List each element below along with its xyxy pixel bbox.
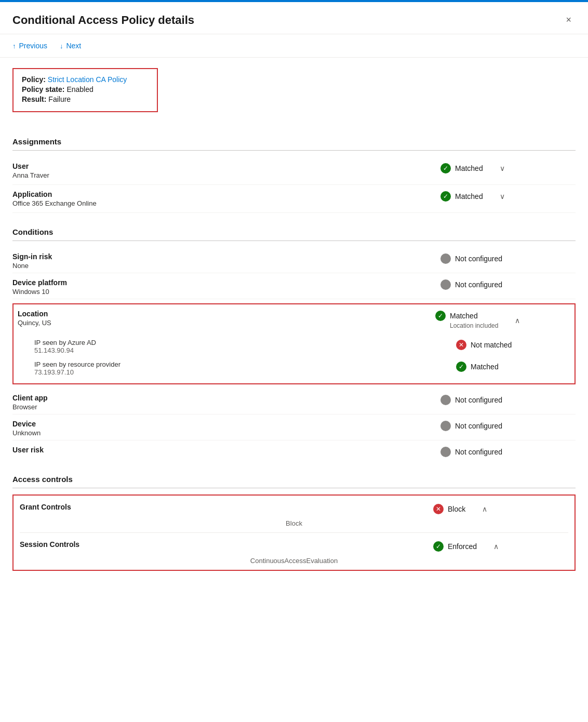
ip-azure-ad-status-text: Not matched: [471, 341, 512, 349]
content: Policy: Strict Location CA Policy Policy…: [0, 58, 588, 583]
signin-risk-value: None: [12, 262, 440, 270]
user-value: Anna Traver: [12, 171, 440, 179]
client-app-status-text: Not configured: [455, 396, 502, 404]
client-app-grey-icon: [440, 395, 451, 405]
ip-resource-provider-row: IP seen by resource provider 73.193.97.1…: [18, 357, 570, 379]
application-check-icon: ✓: [440, 191, 451, 202]
location-label: Location: [18, 310, 435, 318]
device-label: Device: [12, 420, 440, 428]
device-platform-row: Device platform Windows 10 Not configure…: [12, 273, 576, 299]
application-status: ✓ Matched: [440, 191, 483, 202]
user-label: User: [12, 162, 440, 170]
user-risk-grey-icon: [440, 447, 451, 457]
conditions-after-location: Client app Browser Not configured Device…: [12, 389, 576, 460]
ip-azure-ad-value: 51.143.90.94: [34, 346, 96, 354]
conditions-section-header: Conditions: [12, 228, 576, 236]
signin-risk-label: Sign-in risk: [12, 252, 440, 261]
ip-azure-ad-row: IP seen by Azure AD 51.143.90.94 ✕ Not m…: [18, 336, 570, 357]
device-grey-icon: [440, 421, 451, 431]
ip-resource-provider-check-icon: ✓: [456, 362, 466, 372]
application-value: Office 365 Exchange Online: [12, 199, 440, 207]
signin-risk-row: Sign-in risk None Not configured: [12, 247, 576, 273]
client-app-label: Client app: [12, 394, 440, 402]
signin-risk-status-text: Not configured: [455, 255, 502, 263]
ip-resource-provider-label: IP seen by resource provider: [34, 360, 121, 368]
assignments-section-header: Assignments: [12, 137, 576, 146]
ip-azure-ad-status: ✕ Not matched: [456, 340, 512, 350]
user-row-right: ✓ Matched ∨: [440, 162, 576, 173]
location-box: Location Quincy, US ✓ Matched Location i…: [12, 303, 576, 384]
device-platform-grey-icon: [440, 279, 451, 290]
signin-risk-status: Not configured: [440, 253, 502, 264]
user-status-text: Matched: [455, 164, 483, 172]
user-risk-status: Not configured: [440, 447, 502, 457]
user-risk-label: User risk: [12, 446, 440, 454]
access-controls-box: Grant Controls ✕ Block ∧ Block Session C…: [12, 494, 576, 571]
policy-info-box: Policy: Strict Location CA Policy Policy…: [12, 68, 158, 112]
panel: Conditional Access Policy details × ↑ Pr…: [0, 0, 588, 722]
application-label: Application: [12, 190, 440, 198]
up-arrow-icon: ↑: [12, 42, 16, 50]
grant-controls-sub-text: Block: [14, 518, 574, 532]
ip-resource-provider-status-text: Matched: [471, 363, 499, 371]
previous-button[interactable]: ↑ Previous: [12, 42, 47, 50]
application-row-right: ✓ Matched ∨: [440, 190, 576, 202]
location-status: ✓ Matched: [435, 311, 478, 321]
application-expand-icon[interactable]: ∨: [498, 191, 507, 202]
conditions-divider: [12, 240, 576, 241]
panel-title: Conditional Access Policy details: [12, 14, 194, 27]
next-label: Next: [66, 42, 81, 50]
grant-controls-right: ✕ Block ∧: [433, 503, 568, 514]
policy-state-line: Policy state: Enabled: [22, 85, 149, 93]
ip-resource-provider-left: IP seen by resource provider 73.193.97.1…: [34, 360, 121, 376]
user-row-left: User Anna Traver: [12, 162, 440, 179]
location-right: ✓ Matched Location included ∧: [435, 310, 570, 330]
location-main-row: Location Quincy, US ✓ Matched Location i…: [14, 304, 574, 333]
access-controls-divider: [12, 488, 576, 488]
device-platform-value: Windows 10: [12, 288, 440, 296]
user-status: ✓ Matched: [440, 163, 483, 173]
signin-risk-grey-icon: [440, 253, 451, 264]
ip-azure-ad-x-icon: ✕: [456, 340, 466, 350]
user-expand-icon[interactable]: ∨: [498, 163, 507, 173]
application-row-left: Application Office 365 Exchange Online: [12, 190, 440, 207]
application-status-text: Matched: [455, 192, 483, 200]
user-risk-right: Not configured: [440, 446, 576, 457]
grant-controls-expand-icon[interactable]: ∧: [480, 504, 489, 514]
grant-controls-row: Grant Controls ✕ Block ∧: [14, 496, 574, 518]
grant-controls-left: Grant Controls: [20, 503, 433, 511]
device-row: Device Unknown Not configured: [12, 415, 576, 440]
next-button[interactable]: ↓ Next: [60, 42, 81, 50]
location-sub-items: IP seen by Azure AD 51.143.90.94 ✕ Not m…: [14, 333, 574, 383]
location-check-icon: ✓: [435, 311, 446, 321]
ip-resource-provider-status: ✓ Matched: [456, 362, 499, 372]
previous-label: Previous: [19, 42, 47, 50]
location-value: Quincy, US: [18, 319, 435, 327]
application-assignment-row: Application Office 365 Exchange Online ✓…: [12, 185, 576, 213]
session-controls-status: ✓ Enforced: [433, 541, 477, 552]
signin-risk-left: Sign-in risk None: [12, 252, 440, 270]
grant-controls-status-text: Block: [448, 505, 465, 513]
session-controls-right: ✓ Enforced ∧: [433, 540, 568, 552]
ip-azure-ad-label: IP seen by Azure AD: [34, 339, 96, 346]
location-expand-icon[interactable]: ∧: [513, 315, 522, 326]
down-arrow-icon: ↓: [60, 42, 63, 50]
client-app-left: Client app Browser: [12, 394, 440, 411]
policy-link[interactable]: Strict Location CA Policy: [48, 75, 127, 84]
device-platform-label: Device platform: [12, 278, 440, 287]
client-app-right: Not configured: [440, 394, 576, 405]
policy-label: Policy:: [22, 75, 46, 84]
device-right: Not configured: [440, 420, 576, 431]
ip-resource-provider-right: ✓ Matched: [456, 360, 570, 372]
nav-row: ↑ Previous ↓ Next: [0, 34, 588, 58]
policy-result-line: Result: Failure: [22, 95, 149, 103]
user-risk-row: User risk Not configured: [12, 440, 576, 460]
session-controls-expand-icon[interactable]: ∧: [491, 541, 501, 552]
close-button[interactable]: ×: [562, 12, 576, 28]
device-platform-status: Not configured: [440, 279, 502, 290]
grant-controls-label: Grant Controls: [20, 503, 433, 511]
client-app-status: Not configured: [440, 395, 502, 405]
client-app-row: Client app Browser Not configured: [12, 389, 576, 415]
device-left: Device Unknown: [12, 420, 440, 437]
session-controls-label: Session Controls: [20, 540, 433, 549]
